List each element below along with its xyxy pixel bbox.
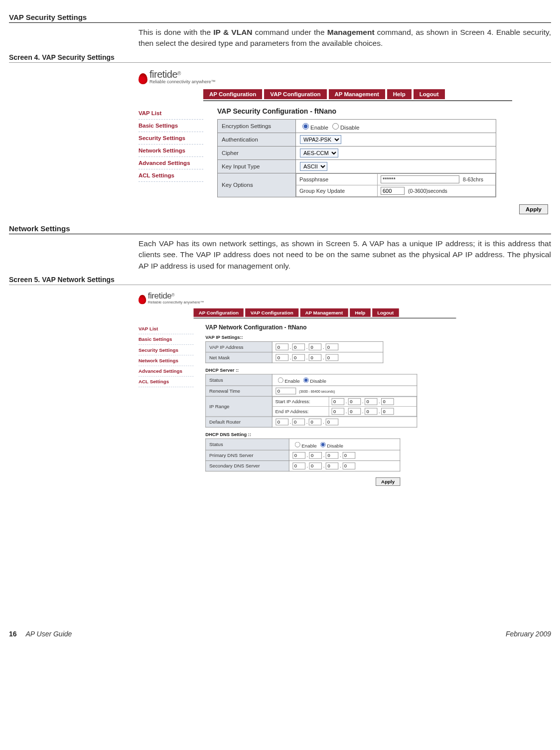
screen4-caption: Screen 4. VAP Security Settings xyxy=(9,53,551,63)
section-heading-network-settings: Network Settings xyxy=(9,224,551,234)
passphrase-input[interactable] xyxy=(381,175,459,183)
end-ip-label: End IP Address: xyxy=(273,407,329,417)
dhcp-disable-radio[interactable] xyxy=(303,378,309,383)
tab-ap-management[interactable]: AP Management xyxy=(300,308,348,317)
body-text-2: Each VAP has its own network settings, a… xyxy=(139,238,551,272)
sidebar-item-vap-list[interactable]: VAP List xyxy=(139,107,203,120)
group-key-input[interactable] xyxy=(381,187,405,195)
brand-name: firetide xyxy=(148,291,172,300)
router-oct4[interactable] xyxy=(325,419,338,426)
sidebar-item-security-settings[interactable]: Security Settings xyxy=(139,132,203,145)
sidebar-item-acl-settings[interactable]: ACL Settings xyxy=(139,377,194,387)
dhcp-status-label: Status xyxy=(206,374,272,386)
key-input-type-label: Key Input Type xyxy=(218,159,296,173)
pdns-oct1[interactable] xyxy=(292,452,305,459)
screen5-app: firetide® Reliable connectivity anywhere… xyxy=(139,291,489,486)
netmask-label: Net Mask xyxy=(206,352,272,363)
passphrase-hint: 8-63chrs xyxy=(463,176,483,182)
netmask-oct1[interactable] xyxy=(276,354,288,361)
dhcp-server-heading: DHCP Server :: xyxy=(205,367,489,372)
tab-vap-configuration[interactable]: VAP Configuration xyxy=(245,308,298,317)
apply-button[interactable]: Apply xyxy=(376,477,400,486)
tab-ap-configuration[interactable]: AP Configuration xyxy=(194,308,244,317)
renewal-time-input[interactable] xyxy=(276,388,296,395)
cipher-select[interactable]: AES-CCM xyxy=(300,149,338,157)
sidebar-item-network-settings[interactable]: Network Settings xyxy=(139,145,203,157)
brand-logo: firetide® Reliable connectivity anywhere… xyxy=(139,69,551,84)
sdns-oct2[interactable] xyxy=(309,463,322,470)
dhcp-dns-heading: DHCP DNS Setting :: xyxy=(205,432,489,437)
tab-vap-configuration[interactable]: VAP Configuration xyxy=(264,89,326,99)
encryption-enable-radio[interactable] xyxy=(302,123,309,130)
sdns-oct1[interactable] xyxy=(292,463,305,470)
top-nav: AP Configuration VAP Configuration AP Ma… xyxy=(203,89,551,99)
key-options-label: Key Options xyxy=(218,173,296,197)
apply-button[interactable]: Apply xyxy=(519,204,548,214)
tab-help[interactable]: Help xyxy=(350,308,371,317)
vap-ip-oct1[interactable] xyxy=(276,344,288,351)
tab-help[interactable]: Help xyxy=(387,89,412,99)
secondary-dns-label: Secondary DNS Server xyxy=(206,461,289,471)
sidebar-item-basic-settings[interactable]: Basic Settings xyxy=(139,334,194,345)
key-input-type-select[interactable]: ASCII xyxy=(300,162,327,171)
tab-ap-management[interactable]: AP Management xyxy=(329,89,385,99)
sdns-oct3[interactable] xyxy=(326,463,339,470)
flame-icon xyxy=(139,295,146,304)
netmask-oct2[interactable] xyxy=(292,354,305,361)
end-ip-oct1[interactable] xyxy=(332,408,345,415)
sdns-oct4[interactable] xyxy=(342,463,355,470)
encryption-disable-radio[interactable] xyxy=(332,123,339,130)
dhcp-enable-radio[interactable] xyxy=(278,378,283,383)
page-number: 16 xyxy=(9,630,17,638)
vap-ip-oct3[interactable] xyxy=(309,344,322,351)
dns-enable-radio[interactable] xyxy=(295,442,300,448)
body-text-1: This is done with the IP & VLAN command … xyxy=(139,27,551,49)
start-ip-oct2[interactable] xyxy=(348,398,361,405)
brand-logo: firetide® Reliable connectivity anywhere… xyxy=(139,291,489,304)
router-oct2[interactable] xyxy=(292,419,305,426)
side-nav: VAP List Basic Settings Security Setting… xyxy=(139,324,194,486)
netmask-oct4[interactable] xyxy=(325,354,338,361)
end-ip-oct2[interactable] xyxy=(348,408,361,415)
sidebar-item-acl-settings[interactable]: ACL Settings xyxy=(139,169,203,182)
default-router-label: Default Router xyxy=(206,417,272,427)
start-ip-oct1[interactable] xyxy=(332,398,345,405)
pdns-oct2[interactable] xyxy=(309,452,322,459)
netmask-oct3[interactable] xyxy=(309,354,322,361)
pdns-oct3[interactable] xyxy=(326,452,339,459)
sidebar-item-advanced-settings[interactable]: Advanced Settings xyxy=(139,366,194,377)
sidebar-item-basic-settings[interactable]: Basic Settings xyxy=(139,120,203,132)
start-ip-oct4[interactable] xyxy=(381,398,394,405)
group-key-hint: (0-3600)seconds xyxy=(408,188,447,194)
security-form-table: Encryption Settings Enable Disable Authe… xyxy=(217,119,496,197)
screen5-caption: Screen 5. VAP Network Settings xyxy=(9,276,551,285)
tab-ap-configuration[interactable]: AP Configuration xyxy=(203,89,262,99)
start-ip-oct3[interactable] xyxy=(365,398,378,405)
brand-reg: ® xyxy=(171,293,174,298)
start-ip-label: Start IP Address: xyxy=(273,397,329,407)
tab-logout[interactable]: Logout xyxy=(414,89,445,99)
sidebar-item-vap-list[interactable]: VAP List xyxy=(139,324,194,334)
end-ip-oct4[interactable] xyxy=(381,408,394,415)
sidebar-item-security-settings[interactable]: Security Settings xyxy=(139,345,194,355)
passphrase-label: Passphrase xyxy=(296,173,378,185)
router-oct1[interactable] xyxy=(276,419,288,426)
dns-disable-radio[interactable] xyxy=(320,442,326,448)
dns-status-label: Status xyxy=(206,439,289,450)
sidebar-item-network-settings[interactable]: Network Settings xyxy=(139,356,194,366)
content-title-network: VAP Network Configuration - ftNano xyxy=(205,324,489,331)
vap-ip-oct4[interactable] xyxy=(325,344,338,351)
vap-ip-oct2[interactable] xyxy=(292,344,305,351)
pdns-oct4[interactable] xyxy=(342,452,355,459)
vap-ip-label: VAP IP Address xyxy=(206,342,272,352)
tab-logout[interactable]: Logout xyxy=(372,308,399,317)
sidebar-item-advanced-settings[interactable]: Advanced Settings xyxy=(139,157,203,169)
auth-label: Authentication xyxy=(218,133,296,146)
renewal-time-label: Renewal Time xyxy=(206,386,272,396)
auth-select[interactable]: WPA2-PSK xyxy=(300,135,341,144)
router-oct3[interactable] xyxy=(309,419,322,426)
brand-reg: ® xyxy=(177,71,181,76)
primary-dns-label: Primary DNS Server xyxy=(206,450,289,461)
end-ip-oct3[interactable] xyxy=(365,408,378,415)
footer-date: February 2009 xyxy=(506,630,551,638)
